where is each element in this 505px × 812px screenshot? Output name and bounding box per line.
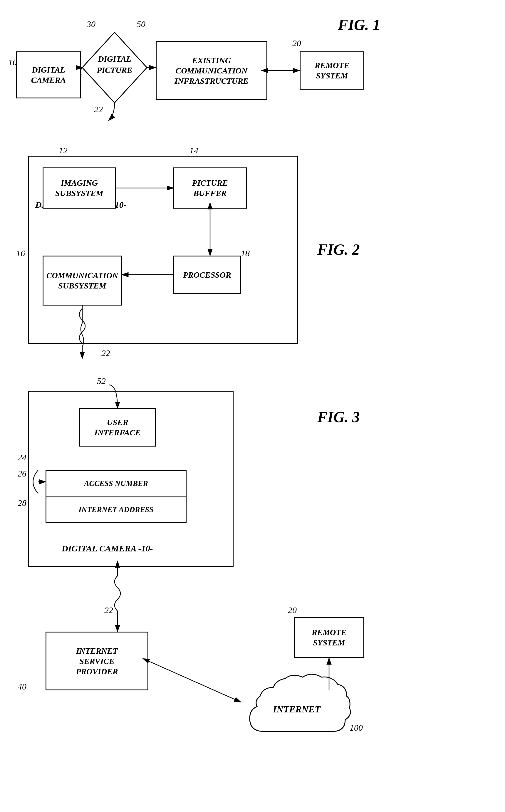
fig2-label: FIG. 2	[317, 241, 360, 258]
fig3-ref-40: 40	[18, 681, 26, 691]
fig2-ref-18: 18	[241, 248, 250, 258]
fig2-ref-22: 22	[101, 348, 110, 358]
fig2-ref-12: 12	[59, 145, 67, 155]
svg-marker-3	[82, 32, 147, 103]
fig3-access-number-box: ACCESS NUMBER	[45, 470, 187, 496]
fig1-ref-50: 50	[137, 19, 145, 29]
fig2-ref-16: 16	[16, 248, 25, 258]
fig2-imaging-subsystem-text: IMAGINGSUBSYSTEM	[55, 178, 103, 198]
fig2-ref-14: 14	[189, 145, 198, 155]
fig2-processor-box: PROCESSOR	[173, 256, 241, 294]
fig2-imaging-subsystem-box: IMAGINGSUBSYSTEM	[43, 167, 116, 208]
fig1-label: FIG. 1	[338, 16, 380, 33]
svg-text:PICTURE: PICTURE	[97, 65, 132, 74]
fig1-remote-system-text: REMOTESYSTEM	[315, 60, 349, 81]
svg-text:INTERNET: INTERNET	[273, 704, 321, 714]
fig1-remote-system-box: REMOTESYSTEM	[300, 51, 364, 90]
fig2-comm-subsystem-text: COMMUNICATIONSUBSYSTEM	[46, 270, 118, 291]
fig3-digital-camera-label: DIGITAL CAMERA -10-	[62, 543, 153, 553]
fig1-ref-22: 22	[94, 104, 103, 114]
fig3-label: FIG. 3	[317, 409, 360, 426]
fig1-existing-comm-text: EXISTINGCOMMUNICATIONINFRASTRUCTURE	[174, 55, 248, 86]
fig1-ref-30: 30	[87, 19, 96, 29]
fig3-ref-28: 28	[18, 498, 26, 508]
fig3-ref-20: 20	[288, 605, 297, 615]
fig1-digital-camera-text: DIGITALCAMERA	[31, 64, 66, 85]
fig2-processor-text: PROCESSOR	[183, 270, 231, 280]
svg-text:DIGITAL: DIGITAL	[98, 54, 131, 63]
fig3-user-interface-box: USERINTERFACE	[79, 409, 156, 447]
svg-line-18	[148, 661, 241, 702]
fig2-picture-buffer-box: PICTUREBUFFER	[173, 167, 247, 208]
fig3-ref-24: 24	[18, 452, 26, 462]
fig3-remote-system-text: REMOTESYSTEM	[312, 627, 346, 648]
fig3-internet-address-text: INTERNET ADDRESS	[78, 505, 154, 515]
fig3-remote-system-box: REMOTESYSTEM	[294, 617, 364, 658]
fig3-internet-address-box: INTERNET ADDRESS	[45, 496, 187, 523]
fig3-user-interface-text: USERINTERFACE	[94, 417, 141, 438]
fig1-digital-camera-box: DIGITALCAMERA	[16, 51, 81, 99]
fig3-ref-26: 26	[18, 469, 26, 479]
fig1-ref-20: 20	[292, 38, 301, 48]
fig2-comm-subsystem-box: COMMUNICATIONSUBSYSTEM	[43, 256, 122, 306]
fig3-ref-22: 22	[104, 605, 113, 615]
fig3-access-number-text: ACCESS NUMBER	[84, 479, 148, 489]
fig3-isp-text: INTERNETSERVICEPROVIDER	[76, 646, 118, 677]
fig3-internet-cloud: INTERNET	[241, 664, 352, 746]
fig1-existing-comm-box: EXISTINGCOMMUNICATIONINFRASTRUCTURE	[156, 41, 267, 100]
fig2-picture-buffer-text: PICTUREBUFFER	[192, 178, 228, 198]
fig3-isp-box: INTERNETSERVICEPROVIDER	[45, 632, 148, 690]
fig3-ref-52: 52	[97, 376, 106, 386]
page: FIG. 1 DIGITALCAMERA EXISTINGCOMMUNICATI…	[0, 0, 505, 812]
fig1-ref-10: 10	[8, 57, 17, 67]
